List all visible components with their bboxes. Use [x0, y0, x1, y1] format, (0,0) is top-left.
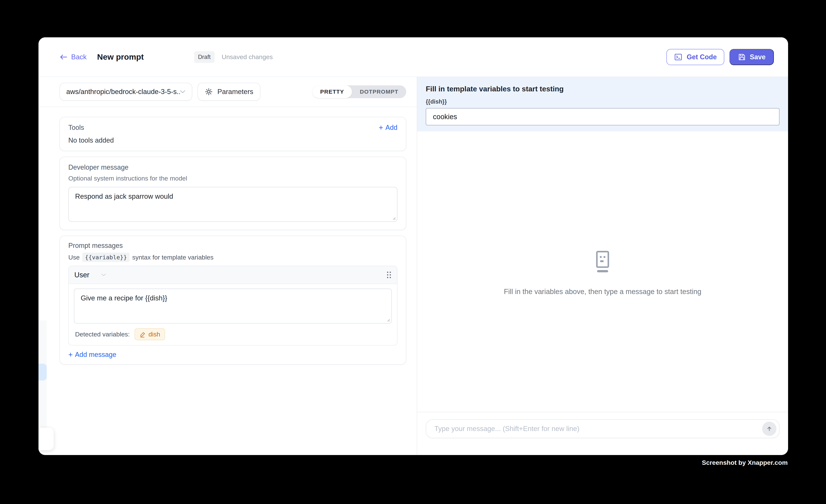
resize-grip-icon[interactable] [386, 317, 390, 322]
floating-card-fragment [39, 428, 54, 450]
page-title: New prompt [97, 52, 143, 62]
arrow-up-icon [766, 426, 772, 432]
developer-message-title: Developer message [68, 164, 398, 171]
variable-syntax-chip: {{variable}} [82, 253, 129, 262]
add-tool-button[interactable]: + Add [379, 124, 398, 132]
prompt-editor-panel: aws/anthropic/bedrock-claude-3-5-s... Pa… [39, 77, 417, 455]
variables-banner-title: Fill in template variables to start test… [426, 85, 779, 93]
variables-banner: Fill in template variables to start test… [417, 77, 788, 131]
app-window: Back New prompt Draft Unsaved changes Ge… [39, 37, 788, 455]
prompt-messages-title: Prompt messages [68, 242, 398, 250]
tools-title: Tools [68, 124, 84, 132]
chevron-down-icon [101, 273, 106, 276]
message-body: Give me a recipe for {{dish}} Detected v… [69, 284, 397, 345]
tools-empty-text: No tools added [68, 136, 398, 144]
model-selector-value: aws/anthropic/bedrock-claude-3-5-s... [66, 88, 180, 96]
developer-message-input[interactable]: Respond as jack sparrow would [69, 187, 397, 222]
tab-pretty[interactable]: PRETTY [312, 85, 352, 98]
parameters-button[interactable]: Parameters [197, 83, 260, 101]
plus-icon: + [379, 124, 383, 131]
save-icon [738, 53, 746, 61]
chat-empty-text: Fill in the variables above, then type a… [504, 288, 701, 296]
back-label: Back [71, 53, 86, 61]
role-select[interactable]: User [74, 271, 106, 279]
send-button[interactable] [762, 422, 776, 436]
drag-handle-icon[interactable] [387, 271, 392, 279]
add-message-button[interactable]: + Add message [68, 351, 398, 359]
gear-icon [204, 87, 213, 96]
status-badge: Draft [194, 51, 215, 63]
content: aws/anthropic/bedrock-claude-3-5-s... Pa… [39, 77, 788, 455]
plus-icon: + [68, 351, 73, 358]
editor-scroll-area: Tools + Add No tools added Developer mes… [39, 107, 417, 365]
unsaved-changes-text: Unsaved changes [222, 53, 273, 61]
developer-message-subtitle: Optional system instructions for the mod… [68, 175, 398, 182]
detected-variables-row: Detected variables: dish [74, 328, 392, 340]
model-selector[interactable]: aws/anthropic/bedrock-claude-3-5-s... [60, 83, 192, 101]
chat-empty-state: Fill in the variables above, then type a… [417, 131, 788, 412]
chat-footer [417, 412, 788, 455]
message-block: User Give me a recipe for {{ [68, 266, 398, 345]
variable-value-input[interactable] [426, 108, 779, 125]
test-panel: Fill in template variables to start test… [417, 77, 788, 455]
get-code-button[interactable]: Get Code [666, 49, 724, 65]
developer-message-card: Developer message Optional system instru… [60, 157, 406, 230]
chat-input-container [426, 419, 779, 438]
template-hint: Use {{variable}} syntax for template var… [68, 253, 398, 262]
back-arrow-icon [60, 54, 67, 60]
role-select-value: User [74, 271, 90, 279]
model-toolbar: aws/anthropic/bedrock-claude-3-5-s... Pa… [39, 77, 417, 107]
tab-dotprompt[interactable]: DOTPROMPT [352, 85, 406, 98]
sidebar-active-item-highlight [39, 364, 47, 381]
pencil-icon [139, 331, 146, 337]
save-button[interactable]: Save [729, 49, 774, 65]
chat-message-input[interactable] [434, 425, 762, 433]
tools-card: Tools + Add No tools added [60, 117, 406, 151]
view-mode-toggle: PRETTY DOTPROMPT [312, 85, 406, 98]
message-header: User [69, 266, 397, 284]
message-input[interactable]: Give me a recipe for {{dish}} [74, 289, 392, 323]
resize-grip-icon[interactable] [391, 215, 396, 220]
header: Back New prompt Draft Unsaved changes Ge… [39, 37, 788, 77]
prompt-messages-card: Prompt messages Use {{variable}} syntax … [60, 236, 406, 365]
watermark-text: Screenshot by Xnapper.com [702, 459, 788, 466]
detected-variables-label: Detected variables: [75, 331, 130, 338]
terminal-icon [674, 53, 683, 61]
variable-label: {{dish}} [426, 98, 779, 105]
chevron-down-icon [180, 90, 185, 93]
variable-chip-dish[interactable]: dish [135, 328, 165, 340]
robot-face-icon [592, 250, 614, 275]
back-button[interactable]: Back [60, 53, 86, 61]
